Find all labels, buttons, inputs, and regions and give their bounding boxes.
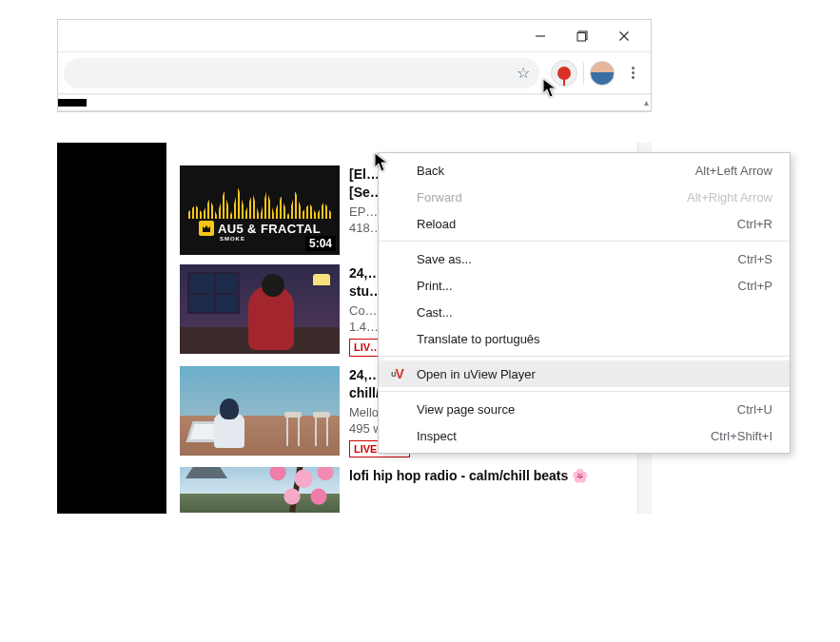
- menu-separator: [379, 241, 790, 242]
- menu-shortcut: Ctrl+U: [737, 402, 772, 417]
- menu-label: Cast...: [417, 305, 453, 320]
- profile-avatar[interactable]: [590, 61, 615, 86]
- context-menu: Back Alt+Left Arrow Forward Alt+Right Ar…: [378, 152, 791, 454]
- menu-label: Print...: [417, 279, 453, 293]
- menu-label: Save as...: [417, 252, 472, 266]
- omnibox[interactable]: ☆: [64, 58, 539, 88]
- menu-label: Open in uView Player: [417, 367, 536, 381]
- menu-shortcut: Ctrl+S: [738, 252, 772, 266]
- context-menu-back[interactable]: Back Alt+Left Arrow: [379, 157, 790, 184]
- titlebar: [58, 20, 651, 52]
- toolbar-separator: [583, 63, 584, 84]
- context-menu-cast[interactable]: Cast...: [379, 299, 790, 325]
- context-menu-forward: Forward Alt+Right Arrow: [379, 184, 790, 210]
- uview-icon: uV: [390, 366, 405, 381]
- svg-rect-2: [577, 32, 586, 41]
- minimize-button[interactable]: [519, 22, 561, 50]
- menu-label: Forward: [417, 190, 462, 204]
- menu-shortcut: Ctrl+R: [737, 217, 772, 231]
- video-meta: lofi hip hop radio - calm/chill beats 🌸: [349, 467, 588, 513]
- thumb-artist-label: AU5 & FRACTAL SMOKE: [199, 221, 321, 236]
- video-thumbnail[interactable]: [180, 467, 340, 513]
- menu-separator: [379, 391, 790, 392]
- video-title[interactable]: lofi hip hop radio - calm/chill beats 🌸: [349, 467, 588, 485]
- menu-shortcut: Alt+Right Arrow: [687, 190, 772, 204]
- video-item[interactable]: lofi hip hop radio - calm/chill beats 🌸: [180, 467, 644, 513]
- pin-icon: [557, 67, 571, 80]
- menu-label: Back: [417, 164, 444, 178]
- menu-shortcut: Alt+Left Arrow: [695, 164, 772, 178]
- extension-button-uview[interactable]: [551, 60, 577, 87]
- page-load-strip: ▴: [58, 94, 651, 111]
- menu-separator: [379, 356, 790, 357]
- context-menu-open-uview[interactable]: uV Open in uView Player: [379, 360, 790, 387]
- browser-toolbar: ☆: [58, 52, 651, 94]
- maximize-button[interactable]: [561, 22, 603, 50]
- context-menu-view-source[interactable]: View page source Ctrl+U: [379, 396, 790, 422]
- close-button[interactable]: [603, 22, 645, 50]
- video-thumbnail[interactable]: [180, 366, 340, 456]
- video-player-region[interactable]: [57, 143, 166, 514]
- menu-label: View page source: [417, 402, 515, 417]
- menu-label: Reload: [417, 217, 456, 231]
- menu-label: Translate to português: [417, 332, 540, 346]
- menu-shortcut: Ctrl+P: [738, 279, 772, 293]
- context-menu-reload[interactable]: Reload Ctrl+R: [379, 210, 790, 237]
- scroll-up-icon[interactable]: ▴: [644, 97, 649, 107]
- video-thumbnail[interactable]: [180, 264, 340, 354]
- menu-shortcut: Ctrl+Shift+I: [711, 429, 772, 443]
- duration-badge: 5:04: [305, 236, 336, 251]
- menu-label: Inspect: [417, 429, 457, 443]
- context-menu-translate[interactable]: Translate to português: [379, 325, 790, 352]
- waveform-art: [188, 185, 331, 219]
- monstercat-logo-icon: [199, 221, 214, 236]
- video-thumbnail[interactable]: AU5 & FRACTAL SMOKE 5:04: [180, 165, 340, 255]
- bookmark-star-icon[interactable]: ☆: [517, 64, 530, 82]
- chrome-menu-button[interactable]: [620, 61, 645, 85]
- context-menu-print[interactable]: Print... Ctrl+P: [379, 272, 790, 299]
- context-menu-save-as[interactable]: Save as... Ctrl+S: [379, 245, 790, 272]
- browser-window: ☆ ▴: [57, 19, 652, 112]
- context-menu-inspect[interactable]: Inspect Ctrl+Shift+I: [379, 422, 790, 449]
